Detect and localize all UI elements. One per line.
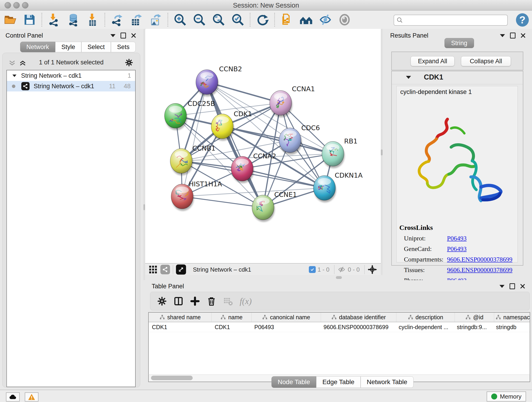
crosslink-link[interactable]: P06493 [447, 245, 467, 253]
control-panel-maximize-icon[interactable] [120, 32, 126, 38]
memory-button[interactable]: Memory [487, 391, 526, 402]
warning-status-button[interactable] [25, 392, 38, 402]
tab-node-table[interactable]: Node Table [272, 376, 316, 388]
open-session-icon[interactable] [4, 13, 17, 26]
results-panel-maximize-icon[interactable] [510, 32, 515, 38]
table-cell[interactable]: stringdb [493, 322, 530, 332]
table-cell[interactable]: cyclin-dependent ... [395, 322, 454, 332]
column-header-shared-name[interactable]: shared name [149, 313, 212, 322]
table-panel-close-icon[interactable] [520, 284, 525, 289]
tab-network[interactable]: Network [20, 42, 55, 52]
column-header-name[interactable]: name [212, 313, 252, 322]
column-header-namespac[interactable]: namespac [494, 313, 530, 322]
node-CDC25B[interactable]: CDC25B [165, 100, 215, 130]
show-column-icon[interactable] [174, 296, 183, 306]
selected-checkbox-icon[interactable] [309, 266, 316, 273]
node-CCNE1[interactable]: CCNE1 [252, 191, 297, 222]
gene-entry-header[interactable]: CDK1 [392, 71, 523, 84]
search-input[interactable] [403, 16, 507, 25]
export-table-icon[interactable] [130, 13, 143, 26]
gene-collapse-icon[interactable] [406, 76, 411, 79]
birdseye-grid-icon[interactable] [148, 265, 158, 274]
node-table-data-row[interactable]: CDK1CDK1P064939606.ENSP00000378699cyclin… [149, 322, 530, 332]
add-column-icon[interactable] [190, 296, 200, 306]
column-header-description[interactable]: description [396, 313, 455, 322]
open-in-new-window-icon[interactable] [176, 264, 186, 274]
node-CDKN1A[interactable]: CDKN1A [313, 172, 363, 202]
control-panel-close-icon[interactable] [131, 33, 136, 38]
title-bar: Session: New Session [0, 0, 532, 11]
table-panel-maximize-icon[interactable] [510, 283, 515, 289]
import-network-database-icon[interactable] [67, 13, 80, 26]
crosslink-label: Compartments: [404, 256, 447, 263]
table-scrollbar-thumb[interactable] [151, 376, 193, 380]
crosslink-link[interactable]: 9606.ENSP00000378699 [447, 256, 512, 263]
network-row[interactable]: String Network – cdk1 11 48 [7, 81, 135, 91]
delete-column-icon[interactable] [207, 296, 216, 306]
network-share-icon[interactable] [160, 265, 170, 274]
toolbar-separator [104, 13, 105, 27]
zoom-out-icon[interactable] [193, 13, 206, 26]
results-panel-close-icon[interactable] [520, 33, 526, 38]
save-session-icon[interactable] [23, 13, 36, 26]
tab-select[interactable]: Select [81, 42, 111, 52]
tab-sets[interactable]: Sets [111, 42, 136, 52]
cloud-status-button[interactable] [6, 392, 20, 402]
column-header--id[interactable]: @id [455, 313, 494, 322]
node-CCNA1[interactable]: CCNA1 [270, 85, 315, 117]
table-cell[interactable]: CDK1 [149, 322, 211, 332]
cloud-icon [9, 394, 17, 400]
show-all-eye-icon[interactable] [338, 13, 351, 26]
collapse-all-button[interactable]: Collapse All [461, 56, 511, 66]
results-panel-float-icon[interactable] [500, 34, 505, 37]
clone-network-icon[interactable] [280, 13, 293, 26]
tab-edge-table[interactable]: Edge Table [316, 376, 361, 388]
node-CCNB2[interactable]: CCNB2 [196, 65, 242, 96]
import-table-file-icon[interactable] [86, 13, 99, 26]
column-header-canonical-name[interactable]: canonical name [252, 313, 321, 322]
pan-crosshair-icon[interactable] [367, 265, 377, 274]
tab-string[interactable]: String [444, 38, 474, 48]
crosslink-link[interactable]: 9606.ENSP00000378699 [447, 266, 512, 274]
network-collection-row[interactable]: String Network – cdk1 1 [7, 70, 135, 81]
edge-CCNB2-HIST1H1A[interactable] [182, 82, 207, 196]
zoom-selected-icon[interactable] [231, 13, 244, 26]
tab-style[interactable]: Style [55, 42, 81, 52]
zoom-in-icon[interactable] [173, 13, 187, 26]
crosslinks-section: CrossLinks Uniprot:P06493GeneCard:P06493… [399, 224, 515, 284]
crosslink-link[interactable]: P06493 [447, 235, 467, 242]
import-network-file-icon[interactable] [47, 13, 61, 26]
column-header-database-identifier[interactable]: database identifier [321, 313, 396, 322]
edge-HIST1H1A-CCNE1[interactable] [182, 196, 263, 207]
table-panel-float-icon[interactable] [500, 285, 505, 288]
table-cell[interactable]: CDK1 [211, 322, 251, 332]
control-panel-float-icon[interactable] [110, 34, 115, 37]
hide-selected-eye-icon[interactable] [319, 13, 332, 26]
hidden-eye-icon[interactable] [337, 266, 346, 274]
collection-collapse-icon[interactable] [12, 75, 17, 77]
left-splitter[interactable] [143, 29, 145, 280]
table-cell[interactable]: stringdb:9... [454, 322, 493, 332]
expand-all-button[interactable]: Expand All [411, 56, 455, 66]
right-splitter-handle[interactable] [381, 149, 383, 155]
collection-count: 1 [128, 72, 131, 79]
table-cell[interactable]: 9606.ENSP00000378699 [320, 322, 395, 332]
horizontal-sash-handle[interactable] [336, 276, 342, 279]
help-button[interactable]: ? [516, 13, 529, 27]
node-table[interactable]: shared namenamecanonical namedatabase id… [148, 312, 530, 375]
node-CDC6[interactable]: CDC6 [279, 124, 320, 155]
network-canvas[interactable]: CCNB2CCNA1CDC25BCDK1CDC6RB1CCNB1CCNA2CDK… [145, 29, 381, 263]
left-splitter-handle[interactable] [143, 204, 145, 210]
table-cell[interactable]: P06493 [251, 322, 320, 332]
tab-network-table[interactable]: Network Table [361, 376, 413, 388]
node-label-CCNA2: CCNA2 [253, 152, 276, 160]
export-network-icon[interactable] [110, 13, 124, 26]
network-options-gear-icon[interactable] [125, 58, 133, 67]
node-RB1[interactable]: RB1 [322, 137, 358, 168]
export-image-icon[interactable] [149, 13, 162, 26]
refresh-layout-icon[interactable] [256, 13, 269, 26]
separator [364, 265, 365, 274]
zoom-fit-icon[interactable] [212, 13, 225, 26]
table-settings-gear-icon[interactable] [157, 296, 167, 306]
string-home-icon[interactable] [299, 13, 313, 26]
